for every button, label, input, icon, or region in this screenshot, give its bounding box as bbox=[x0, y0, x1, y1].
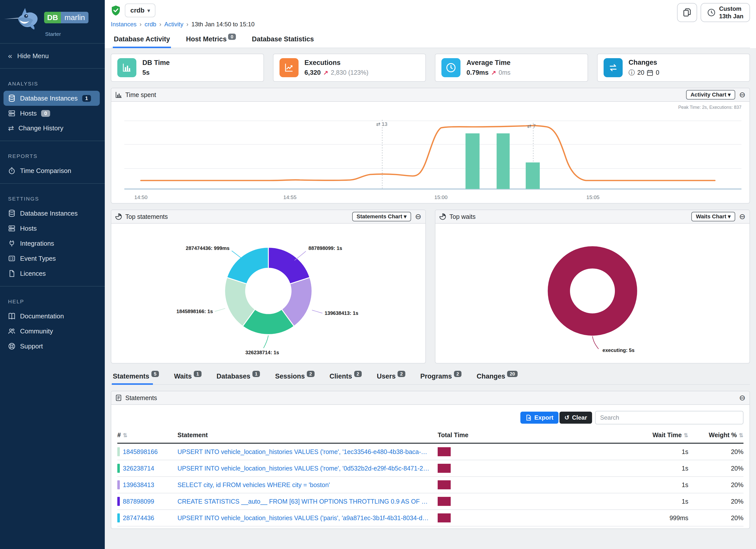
sidebar-item-settings-database-instances[interactable]: Database Instances bbox=[0, 206, 105, 221]
statement-id-link[interactable]: 326238714 bbox=[123, 465, 161, 472]
tab-host-metrics[interactable]: Host Metrics0 bbox=[185, 32, 237, 48]
people-icon bbox=[8, 327, 16, 335]
statement-link[interactable]: UPSERT INTO vehicle_location_histories V… bbox=[177, 514, 438, 522]
shield-check-icon bbox=[111, 5, 121, 16]
panel-header: Time spent Activity Chart ▾ ⊖ bbox=[111, 88, 749, 102]
waits-donut-chart[interactable]: executing: 5s bbox=[435, 224, 749, 363]
tab-badge: 0 bbox=[228, 34, 236, 40]
statement-link[interactable]: SELECT city, id FROM vehicles WHERE city… bbox=[177, 481, 438, 489]
pie-chart-icon bbox=[439, 213, 446, 220]
sidebar-item-licences[interactable]: Licences bbox=[0, 266, 105, 281]
breadcrumb-activity[interactable]: Activity bbox=[164, 21, 183, 28]
count-badge: 1 bbox=[82, 95, 91, 102]
tab-databases[interactable]: Databases1 bbox=[216, 371, 261, 384]
events-icon bbox=[8, 254, 16, 262]
activity-chart-dropdown[interactable]: Activity Chart ▾ bbox=[686, 90, 735, 100]
sort-icon: ⇅ bbox=[123, 432, 127, 438]
tab-programs[interactable]: Programs2 bbox=[419, 371, 463, 384]
panel-title: Top statements bbox=[125, 213, 168, 220]
collapse-panel-icon[interactable]: ⊖ bbox=[415, 213, 421, 220]
wait-time-value: 1s bbox=[588, 481, 688, 489]
logo-db-badge: DB bbox=[44, 12, 61, 23]
statement-link[interactable]: CREATE STATISTICS __auto__ FROM [63] WIT… bbox=[177, 498, 438, 505]
svg-text:887898099: 1s: 887898099: 1s bbox=[309, 245, 342, 251]
wait-time-value: 999ms bbox=[588, 514, 688, 522]
total-time-bar bbox=[438, 447, 451, 456]
trend-up-icon: ↗ bbox=[323, 69, 328, 76]
sidebar-item-settings-hosts[interactable]: Hosts bbox=[0, 221, 105, 236]
statement-link[interactable]: UPSERT INTO vehicle_location_histories V… bbox=[177, 448, 438, 455]
tab-badge: 2 bbox=[307, 371, 315, 377]
kpi-average-time: Average Time 0.79ms ↗ 0ms bbox=[435, 54, 588, 82]
collapse-panel-icon[interactable]: ⊖ bbox=[739, 91, 745, 99]
sort-icon: ⇅ bbox=[684, 432, 688, 438]
sidebar-item-change-history[interactable]: ⇄ Change History bbox=[0, 121, 105, 136]
weight-value: 20% bbox=[688, 448, 743, 455]
sidebar-item-time-comparison[interactable]: Time Comparison bbox=[0, 163, 105, 178]
sidebar-item-support[interactable]: Support bbox=[0, 339, 105, 354]
svg-text:287474436: 999ms: 287474436: 999ms bbox=[186, 245, 230, 251]
bar-chart-icon bbox=[117, 58, 136, 77]
logo[interactable]: DB marlin Starter bbox=[0, 0, 105, 40]
time-spent-chart[interactable]: Peak Time: 2s, Executions: 837 ⇄ 13 ⇄ 7 … bbox=[111, 102, 749, 203]
weight-value: 20% bbox=[688, 481, 743, 489]
statement-id-link[interactable]: 887898099 bbox=[123, 498, 161, 505]
tab-changes[interactable]: Changes20 bbox=[476, 371, 518, 384]
svg-text:15:00: 15:00 bbox=[434, 194, 448, 200]
sidebar-item-community[interactable]: Community bbox=[0, 324, 105, 339]
sidebar-item-database-instances[interactable]: Database Instances 1 bbox=[4, 91, 100, 106]
time-range-button[interactable]: Custom 13th Jan bbox=[701, 3, 750, 22]
clear-button[interactable]: ↺ Clear bbox=[559, 412, 592, 424]
breadcrumb-instances[interactable]: Instances bbox=[111, 21, 137, 28]
hide-menu-button[interactable]: « Hide Menu bbox=[0, 47, 105, 65]
column-header-wait-time[interactable]: Wait Time⇅ bbox=[588, 431, 688, 439]
statements-donut-chart[interactable]: 287474436: 999ms 887898099: 1s 184589816… bbox=[111, 224, 425, 363]
tab-database-activity[interactable]: Database Activity bbox=[113, 32, 171, 48]
tab-badge: 1 bbox=[194, 371, 202, 377]
svg-text:⇄ 13: ⇄ 13 bbox=[376, 121, 388, 127]
waits-chart-dropdown[interactable]: Waits Chart ▾ bbox=[691, 212, 735, 221]
svg-text:⇄ 7: ⇄ 7 bbox=[527, 123, 535, 129]
sidebar-item-integrations[interactable]: Integrations bbox=[0, 236, 105, 251]
tab-users[interactable]: Users2 bbox=[376, 371, 406, 384]
column-header-statement[interactable]: Statement bbox=[177, 431, 438, 439]
time-range-date: 13th Jan bbox=[719, 13, 743, 20]
section-title: REPORTS bbox=[8, 153, 97, 159]
export-button[interactable]: Export bbox=[520, 412, 558, 424]
statement-id-link[interactable]: 139638413 bbox=[123, 481, 161, 489]
statement-id-link[interactable]: 287474436 bbox=[123, 514, 161, 522]
sidebar-item-documentation[interactable]: Documentation bbox=[0, 309, 105, 324]
column-header-weight[interactable]: Weight %⇅ bbox=[688, 431, 743, 439]
tab-badge: 20 bbox=[507, 371, 517, 377]
statement-id-link[interactable]: 1845898166 bbox=[123, 448, 165, 455]
statement-link[interactable]: UPSERT INTO vehicle_location_histories V… bbox=[177, 465, 438, 472]
sidebar-item-event-types[interactable]: Event Types bbox=[0, 251, 105, 266]
statements-panel: Statements ⊖ Export ↺ Clear bbox=[111, 391, 750, 529]
tab-sessions[interactable]: Sessions2 bbox=[274, 371, 315, 384]
tab-waits[interactable]: Waits1 bbox=[173, 371, 203, 384]
tab-statements[interactable]: Statements5 bbox=[112, 371, 160, 384]
breadcrumb-crdb[interactable]: crdb bbox=[145, 21, 156, 28]
exchange-arrows-icon: ⇄ bbox=[8, 125, 14, 132]
tab-clients[interactable]: Clients2 bbox=[329, 371, 363, 384]
top-header: crdb ▾ Instances›crdb›Activity›13th Jan … bbox=[105, 0, 756, 48]
collapse-panel-icon[interactable]: ⊖ bbox=[739, 394, 745, 402]
divider bbox=[0, 183, 105, 184]
panel-title: Time spent bbox=[125, 91, 156, 99]
column-header-id[interactable]: #⇅ bbox=[117, 431, 177, 439]
sidebar-item-hosts[interactable]: Hosts 0 bbox=[0, 106, 105, 121]
kpi-value: 5s bbox=[142, 69, 150, 76]
collapse-panel-icon[interactable]: ⊖ bbox=[739, 213, 745, 220]
instance-selector[interactable]: crdb ▾ bbox=[125, 4, 155, 17]
column-header-total-time[interactable]: Total Time bbox=[438, 431, 588, 439]
section-title: HELP bbox=[8, 299, 97, 305]
tab-database-statistics[interactable]: Database Statistics bbox=[251, 32, 315, 48]
kpi-title: Average Time bbox=[466, 59, 511, 67]
search-input[interactable] bbox=[595, 411, 743, 424]
copy-button[interactable] bbox=[677, 3, 697, 22]
svg-text:15:05: 15:05 bbox=[586, 194, 600, 200]
table-row: 287474436 UPSERT INTO vehicle_location_h… bbox=[117, 510, 743, 526]
statements-chart-dropdown[interactable]: Statements Chart ▾ bbox=[352, 212, 411, 221]
top-waits-panel: Top waits Waits Chart ▾ ⊖ executing: 5s bbox=[435, 210, 750, 363]
trend-up-icon: ↗ bbox=[491, 69, 496, 76]
